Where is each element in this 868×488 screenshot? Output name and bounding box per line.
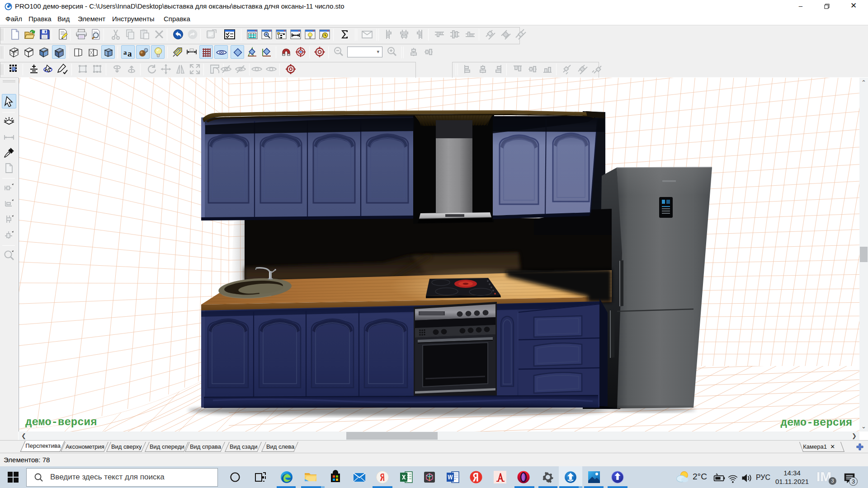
svg-text:a: a	[123, 49, 127, 56]
svg-text:демо-версия: демо-версия	[781, 417, 852, 429]
svg-text:демо-версия: демо-версия	[25, 416, 97, 428]
svg-text:a: a	[127, 49, 132, 58]
